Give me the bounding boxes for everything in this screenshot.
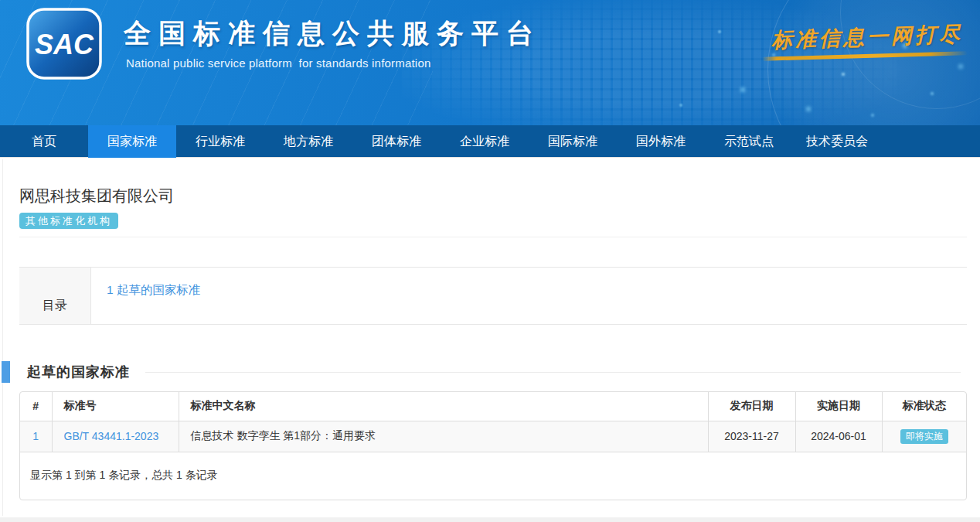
page: SAC 全国标准信息公共服务平台 National public service… (0, 0, 980, 522)
page-left-edge-line (2, 159, 3, 516)
globe-graphic (767, 0, 980, 125)
nav-item-foreign-standards[interactable]: 国外标准 (617, 125, 705, 158)
nav-item-home[interactable]: 首页 (0, 125, 88, 158)
footer-strip (0, 517, 980, 522)
directory-label: 目录 (19, 268, 91, 324)
nav-item-national-standards[interactable]: 国家标准 (88, 125, 176, 158)
sac-logo[interactable]: SAC (26, 7, 103, 80)
nav-item-pilot-demonstration[interactable]: 示范试点 (705, 125, 793, 158)
table-header-row: # 标准号 标准中文名称 发布日期 实施日期 标准状态 (20, 392, 966, 421)
standards-table: # 标准号 标准中文名称 发布日期 实施日期 标准状态 1 GB/T 43441… (20, 392, 966, 452)
col-header-status: 标准状态 (882, 392, 966, 421)
organization-name: 网思科技集团有限公司 (19, 186, 174, 206)
directory-content: 1 起草的国家标准 (91, 268, 967, 324)
publish-date-cell: 2023-11-27 (708, 421, 795, 452)
status-badge: 即将实施 (900, 429, 948, 444)
nav-item-international-standards[interactable]: 国际标准 (529, 125, 617, 158)
organization-type-badge: 其他标准化机构 (19, 213, 118, 229)
section-accent-bar (2, 361, 10, 383)
records-summary: 显示第 1 到第 1 条记录，总共 1 条记录 (20, 452, 966, 500)
status-cell: 即将实施 (882, 421, 966, 452)
col-header-implement-date: 实施日期 (795, 392, 882, 421)
main-nav: 首页 国家标准 行业标准 地方标准 团体标准 企业标准 国际标准 国外标准 示范… (0, 125, 980, 158)
directory-box: 目录 1 起草的国家标准 (19, 267, 967, 325)
glow-dots-decoration (0, 0, 2, 2)
nav-item-local-standards[interactable]: 地方标准 (264, 125, 352, 158)
directory-link-drafted-national-standards[interactable]: 1 起草的国家标准 (107, 283, 200, 296)
col-header-standard-number: 标准号 (52, 392, 179, 421)
implement-date-cell: 2024-06-01 (795, 421, 882, 452)
row-index: 1 (20, 421, 52, 452)
nav-item-technical-committees[interactable]: 技术委员会 (793, 125, 881, 158)
standard-number-link[interactable]: GB/T 43441.1-2023 (64, 430, 159, 442)
site-title: 全国标准信息公共服务平台 (124, 15, 541, 52)
section-title: 起草的国家标准 (27, 363, 130, 381)
table-row: 1 GB/T 43441.1-2023 信息技术 数字孪生 第1部分：通用要求 … (20, 421, 966, 452)
standards-table-container: # 标准号 标准中文名称 发布日期 实施日期 标准状态 1 GB/T 43441… (19, 391, 967, 500)
col-header-publish-date: 发布日期 (708, 392, 795, 421)
section-title-rule (145, 372, 961, 373)
standard-name-cell: 信息技术 数字孪生 第1部分：通用要求 (179, 421, 708, 452)
col-header-standard-name: 标准中文名称 (179, 392, 708, 421)
site-header: SAC 全国标准信息公共服务平台 National public service… (0, 0, 980, 125)
divider (19, 237, 967, 237)
site-subtitle: National public service platform for sta… (126, 56, 430, 70)
sac-logo-text: SAC (35, 29, 94, 60)
nav-item-group-standards[interactable]: 团体标准 (352, 125, 441, 158)
standard-number-cell: GB/T 43441.1-2023 (52, 421, 179, 452)
nav-item-industry-standards[interactable]: 行业标准 (176, 125, 264, 158)
col-header-index: # (20, 392, 52, 421)
nav-item-enterprise-standards[interactable]: 企业标准 (441, 125, 529, 158)
